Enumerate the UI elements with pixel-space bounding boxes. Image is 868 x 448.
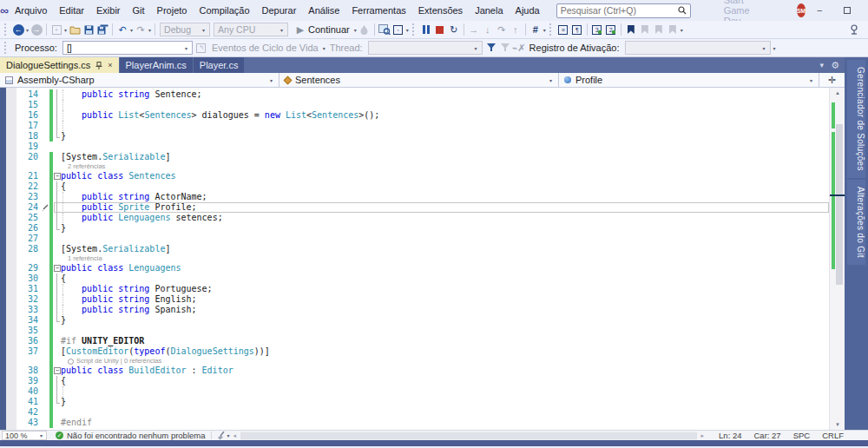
tab-player-cs[interactable]: Player.cs xyxy=(194,57,245,73)
undo-button[interactable]: ↶ xyxy=(115,22,129,37)
comment-button[interactable]: 3 xyxy=(590,22,604,37)
line-number-toggle-button[interactable]: # xyxy=(529,22,542,37)
code-line-23[interactable]: 23 public string ActorName; xyxy=(16,192,829,202)
code-line-17[interactable]: 17 xyxy=(16,121,829,131)
menu-item-projeto[interactable]: Projeto xyxy=(151,0,194,21)
line-indicator[interactable]: Ln: 24 xyxy=(719,431,741,440)
code-line-42[interactable]: 42 xyxy=(16,407,829,418)
split-window-button[interactable]: ✛ xyxy=(819,73,845,87)
attach-to-unity-button[interactable] xyxy=(378,22,391,37)
save-all-button[interactable] xyxy=(95,22,109,37)
code-line-31[interactable]: 31 public string Portuguese; xyxy=(16,284,829,294)
clear-bookmarks-button[interactable] xyxy=(666,22,680,37)
show-next-statement-button[interactable]: → xyxy=(467,22,481,37)
previous-bookmark-button[interactable] xyxy=(638,22,652,37)
code-cleanup-button[interactable] xyxy=(217,432,227,440)
toggle-bookmark-button[interactable] xyxy=(624,22,638,37)
code-line-26[interactable]: 26} xyxy=(16,223,829,234)
eol-indicator[interactable]: CRLF xyxy=(822,431,868,440)
tab-list-dropdown-icon[interactable]: ▾ xyxy=(820,61,825,69)
thread-dropdown[interactable]: ▾ xyxy=(368,41,483,55)
chevron-down-icon[interactable]: ▾ xyxy=(354,27,357,33)
toolbar-grip[interactable] xyxy=(549,23,554,36)
close-button[interactable]: × xyxy=(861,0,868,21)
word-wrap-button[interactable]: ¶ xyxy=(570,22,584,37)
problems-indicator[interactable]: Não foi encontrado nenhum problema xyxy=(67,431,206,440)
scroll-left-icon[interactable]: ◂ xyxy=(231,432,240,439)
code-line-34[interactable]: 34} xyxy=(16,315,829,326)
code-line-15[interactable]: 15 xyxy=(16,100,829,110)
menu-item-ferramentas[interactable]: Ferramentas xyxy=(345,0,411,21)
toolbar-grip[interactable] xyxy=(4,42,9,54)
save-button[interactable] xyxy=(82,22,95,37)
horizontal-scrollbar[interactable] xyxy=(240,432,697,440)
code-line-39[interactable]: 39{ xyxy=(16,376,829,386)
lifecycle-events-button[interactable]: Eventos de Ciclo de Vida xyxy=(212,43,319,53)
toolbar-grip[interactable] xyxy=(412,23,417,36)
send-feedback-button[interactable] xyxy=(849,24,859,35)
codelens-references[interactable]: Script de Unity | 0 referências xyxy=(16,357,829,366)
chevron-down-icon[interactable]: ▾ xyxy=(323,45,326,51)
next-bookmark-button[interactable] xyxy=(652,22,666,37)
minimize-button[interactable]: − xyxy=(806,0,833,21)
close-tab-icon[interactable]: × xyxy=(108,61,112,69)
maximize-button[interactable] xyxy=(833,0,861,21)
code-line-32[interactable]: 32 public string English; xyxy=(16,294,829,305)
code-line-37[interactable]: 37[CustomEditor(typeof(DialogueSettings)… xyxy=(16,346,829,357)
fold-toggle[interactable]: − xyxy=(54,265,61,272)
scroll-up-icon[interactable]: ▲ xyxy=(830,90,845,96)
code-line-22[interactable]: 22{ xyxy=(16,181,829,192)
breakpoint-margin[interactable] xyxy=(6,88,16,430)
zoom-dropdown[interactable]: 100 %▾ xyxy=(2,431,47,440)
hot-reload-icon[interactable] xyxy=(358,22,372,37)
fold-toggle[interactable]: − xyxy=(54,367,61,374)
code-line-43[interactable]: 43#endif xyxy=(16,418,829,428)
code-line-29[interactable]: 29−public class Lenguagens xyxy=(16,263,829,273)
pin-tab-icon[interactable] xyxy=(95,62,102,69)
filter-threads-icon[interactable] xyxy=(484,40,498,56)
code-line-27[interactable]: 27 xyxy=(16,234,829,244)
navigate-back-button[interactable]: ← xyxy=(11,22,25,37)
codelens-references[interactable]: 2 referências xyxy=(16,162,829,171)
continue-button[interactable]: Continuar xyxy=(308,24,350,35)
navigate-forward-button[interactable]: → xyxy=(30,22,43,37)
process-dropdown[interactable]: []▾ xyxy=(62,41,193,55)
search-input[interactable] xyxy=(561,5,678,16)
solution-configuration-dropdown[interactable]: Debug▾ xyxy=(160,23,210,36)
menu-item-exibir[interactable]: Exibir xyxy=(90,0,127,21)
code-line-33[interactable]: 33 public string Spanish; xyxy=(16,305,829,315)
fold-toggle[interactable]: − xyxy=(54,173,61,180)
code-line-21[interactable]: 21−public class Sentences xyxy=(16,171,829,181)
code-line-19[interactable]: 19 xyxy=(16,142,829,152)
code-line-24[interactable]: 24 public Sprite Profile; xyxy=(16,202,829,213)
scroll-right-icon[interactable]: ▸ xyxy=(699,432,707,439)
code-editor[interactable]: 14 public string Sentence;1516 public Li… xyxy=(0,88,845,430)
toolbar-overflow-icon[interactable]: ▾ xyxy=(773,45,776,51)
tab-playeranim-cs[interactable]: PlayerAnim.cs xyxy=(120,57,193,73)
code-line-41[interactable]: 41} xyxy=(16,397,829,407)
chevron-down-icon[interactable]: ▾ xyxy=(130,27,133,33)
open-file-button[interactable] xyxy=(68,22,82,37)
code-line-20[interactable]: 20[System.Serializable] xyxy=(16,152,829,162)
codelens-references[interactable]: 1 referência xyxy=(16,254,829,263)
scroll-down-icon[interactable]: ▼ xyxy=(830,422,845,427)
screenshot-button[interactable]: ◦ xyxy=(391,22,405,37)
menu-item-depurar[interactable]: Depurar xyxy=(256,0,303,21)
menu-item-compilacao[interactable]: Compilação xyxy=(193,0,255,21)
new-project-button[interactable]: + xyxy=(49,22,63,37)
break-all-button[interactable] xyxy=(419,22,433,37)
type-dropdown[interactable]: Sentences ▾ xyxy=(279,73,559,87)
chevron-down-icon[interactable]: ▾ xyxy=(227,432,230,438)
step-into-button[interactable]: ↓ xyxy=(481,22,495,37)
code-line-16[interactable]: 16 public List<Sentences> dialogues = ne… xyxy=(16,110,829,121)
chevron-down-icon[interactable]: ▾ xyxy=(543,27,546,33)
code-line-28[interactable]: 28[System.Serializable] xyxy=(16,244,829,254)
member-dropdown[interactable]: Profile ▾ xyxy=(559,73,819,87)
space-indicator[interactable]: SPC xyxy=(793,431,811,440)
activation-record-dropdown[interactable]: ▾ xyxy=(625,41,771,55)
gear-icon[interactable]: ⚙ xyxy=(831,60,839,71)
code-line-40[interactable]: 40 xyxy=(16,386,829,397)
code-line-18[interactable]: 18} xyxy=(16,131,829,142)
menu-item-janela[interactable]: Janela xyxy=(469,0,509,21)
menu-item-extensoes[interactable]: Extensões xyxy=(412,0,469,21)
